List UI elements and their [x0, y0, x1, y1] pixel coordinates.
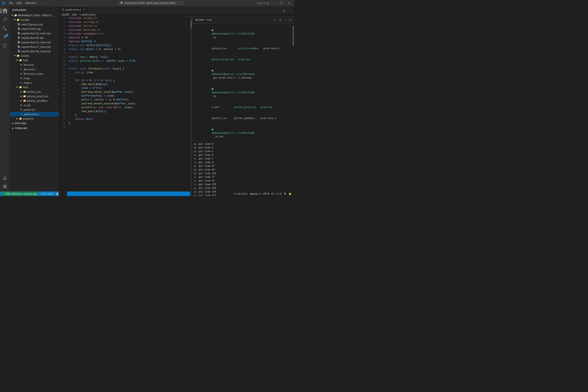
term-put-216: p: put item 216 [194, 186, 292, 190]
split-terminal-button[interactable]: ⊟ [278, 18, 282, 22]
term-output-1: pintos_csu pintos_sandbox prod-cons.c [194, 43, 292, 54]
line-15: int i, item; [68, 71, 189, 74]
pintos-sandbox-label: pintos_sandbox [27, 99, 59, 102]
outline-section[interactable]: ▶ OUTLINE [10, 121, 59, 126]
menu-file[interactable]: File [7, 1, 15, 5]
activity-explorer[interactable] [1, 7, 9, 15]
minimize-button[interactable]: ─ [271, 1, 277, 5]
term-cmd-1: ls [212, 36, 216, 39]
sidebar-item-september17meir[interactable]: 🗜 september17_meir.zip [10, 44, 59, 49]
add-terminal-button[interactable]: + [273, 18, 278, 22]
cis345-label: cis345 [20, 54, 59, 57]
more-actions-button[interactable]: ··· [288, 8, 292, 13]
menu-more[interactable]: ··· [38, 1, 44, 5]
breadcrumb-file[interactable]: prod-cons.c [82, 13, 96, 16]
split-editor-button[interactable]: ⊞ [282, 8, 287, 13]
tab-c-icon: C [62, 8, 64, 11]
sidebar-item-project1[interactable]: ▶ 📁 project1 [10, 116, 59, 121]
file-icon: ≡ [20, 63, 23, 66]
restore-button[interactable]: ❐ [278, 1, 285, 5]
september10meir-label: september10_meir.zip [21, 32, 59, 35]
terminal-scroll-thumb[interactable] [292, 26, 294, 46]
run-badge: 2 [5, 34, 8, 37]
new-file-button[interactable]: ··· [52, 8, 56, 12]
sidebar-item-lbcount[interactable]: ≡ lbcount [10, 62, 59, 67]
terminal-panel: ⊞ bash - hw2 + ⊟ ··· ✕ memanevi@ [192, 16, 294, 196]
sidebar-item-map-c[interactable]: C map.c [10, 80, 59, 85]
terminal-tab-bash[interactable]: ⊞ bash - hw2 [194, 17, 214, 22]
sidebar-item-pintos-prod-con[interactable]: ▶ 📁 pintos_prod_con [10, 94, 59, 98]
file-icon: ≡ [20, 72, 23, 75]
title-bar: File Edit Selection ··· 🔍 memanevi [SSH:… [0, 0, 294, 6]
menu-edit[interactable]: Edit [15, 1, 23, 5]
layout-icon-4[interactable]: ⊞ [267, 2, 269, 5]
search-box[interactable]: 🔍 memanevi [SSH: spirit.eecs.csuohio.edu… [118, 1, 184, 5]
editor-tab-prod-cons[interactable]: C prod-cons.c ✕ [59, 6, 89, 13]
activity-source-control[interactable] [1, 24, 9, 32]
terminal-content[interactable]: memanevi@spirit:~/cis345/hw2$ ls pintos_… [192, 24, 294, 196]
sidebar-item-sept12group[interactable]: 🗜 sept12group.zip [10, 22, 59, 26]
tree-root[interactable]: ▼ 📁 MEMANEVI [SSH: SPIRIT.E... [10, 13, 59, 18]
sidebar-item-lbcount-c[interactable]: C lbcount.c [10, 67, 59, 72]
layout-icon-3[interactable]: ⊡ [264, 2, 266, 5]
close-terminal-button[interactable]: ✕ [288, 18, 292, 22]
sidebar-item-pintos-csu[interactable]: ▶ 📁 pintos_csu [10, 90, 59, 94]
activity-settings[interactable] [1, 182, 9, 191]
sidebar-item-september19meir[interactable]: 🗜 september19_meir.zip [10, 49, 59, 54]
close-button[interactable]: ✕ [286, 1, 292, 5]
sidebar-item-september10meir[interactable]: 🗜 september10_meir.zip [10, 31, 59, 36]
breadcrumb-cis345[interactable]: cis345 [61, 13, 69, 16]
project1-label: project1 [23, 117, 59, 120]
layout-icon-1[interactable]: ⊞ [258, 2, 260, 5]
sidebar-item-cis340[interactable]: ▼ 📁 cis340 [10, 18, 59, 22]
prompt-dot-2 [212, 70, 213, 72]
activity-extensions[interactable] [1, 41, 9, 50]
editor-scroll-thumb[interactable] [190, 20, 192, 28]
cis340-folder-icon: 📁 [16, 18, 20, 22]
pintos-sandbox-folder-icon: 📁 [23, 99, 26, 102]
terminal-more-button[interactable]: ··· [283, 18, 288, 22]
sidebar-item-sept12meir[interactable]: 🗜 sept12meir.zip [10, 26, 59, 31]
breadcrumb-hw2[interactable]: hw2 [72, 13, 77, 16]
hw2-arrow-icon: ▼ [16, 86, 19, 89]
activity-run[interactable]: 2 [1, 33, 9, 41]
timeline-section[interactable]: ▶ TIMELINE [10, 126, 59, 131]
sidebar-item-september10[interactable]: 🗜 september10.zip [10, 36, 59, 40]
line-6: #define N 10 [68, 36, 189, 40]
tab-close-button[interactable]: ✕ [82, 8, 86, 11]
editor-scrollbar[interactable] [190, 16, 192, 196]
editor-area: C prod-cons.c ✕ ⊞ ··· cis345 › hw2 › C p… [59, 6, 294, 192]
a-out-label: a.out [24, 104, 59, 107]
hw2-folder-icon: 📁 [19, 86, 22, 89]
sidebar-item-hw1[interactable]: ▼ 📁 hw1 [10, 58, 59, 62]
sidebar-item-september12meir[interactable]: 🗜 september12_meir.zip [10, 40, 59, 44]
activity-accounts[interactable] [1, 174, 9, 182]
sidebar-item-cis345[interactable]: ▼ 📁 cis345 [10, 54, 59, 58]
sidebar-item-a-out[interactable]: ≡ a.out [10, 103, 59, 108]
sidebar-item-hw2[interactable]: ▼ 📁 hw2 [10, 85, 59, 90]
zip-icon: 🗜 [17, 41, 20, 44]
line-16 [68, 74, 189, 78]
sidebar-item-prod-cons-c[interactable]: C prod-cons.c [10, 112, 59, 116]
code-lines[interactable]: #include <stdio.h> #include <string.h> #… [67, 16, 190, 196]
activity-bar: 2 [0, 6, 10, 192]
sidebar-item-prod-con[interactable]: ≡ prod-con [10, 108, 59, 112]
pintos-prod-con-folder-icon: 📁 [23, 94, 26, 98]
term-output-2: pintos_prod_con prod-con [194, 54, 292, 65]
layout-icon-2[interactable]: ⊟ [261, 2, 263, 5]
sidebar-item-lbcount-save[interactable]: ≡ lbcount.c.save [10, 72, 59, 76]
line-11: static sem_t empty, full; [68, 55, 189, 59]
sidebar-item-pintos-sandbox[interactable]: ▶ 📁 pintos_sandbox [10, 98, 59, 103]
activity-search[interactable] [1, 16, 9, 24]
breadcrumb-sep-1: › [70, 13, 71, 16]
status-errors[interactable]: ✕ 0 ⚠ 0 ℹ 6 [40, 192, 54, 196]
pintos-sandbox-arrow-icon: ▶ [20, 99, 23, 102]
code-editor[interactable]: 1 2 3 4 5 6 7 8 9 10 11 12 13 14 [59, 16, 192, 196]
line-12: static pthread_mutex_t buffer_lock = PTH… [68, 59, 189, 63]
sidebar-item-map[interactable]: ≡ map [10, 76, 59, 80]
term-cmd-4: ./a.out [212, 135, 224, 138]
status-remote[interactable]: ⚡ SSH: spirit.eecs.csuohio.edu [2, 192, 39, 196]
file-icon: ≡ [20, 108, 23, 111]
menu-selection[interactable]: Selection [24, 1, 38, 5]
sept12meir-label: sept12meir.zip [21, 27, 59, 30]
